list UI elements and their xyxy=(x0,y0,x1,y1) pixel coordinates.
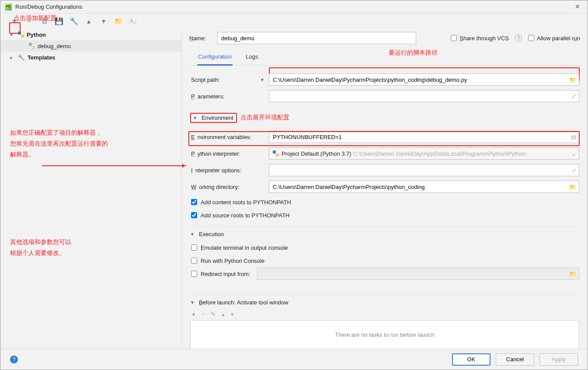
envvars-label: Environment variables: xyxy=(190,134,264,140)
chevron-right-icon: ▸ xyxy=(10,54,15,61)
chevron-down-icon: ▼ xyxy=(260,77,264,82)
wrench-icon: 🔧 xyxy=(18,54,25,61)
move-down-button[interactable]: ▾ xyxy=(99,17,108,26)
workdir-label: Working directory: xyxy=(190,184,264,190)
environment-section-toggle[interactable]: ▼ Environment xyxy=(190,113,237,123)
config-form: Script path:▼ 📁 Parameters: ⤢ ▼ Environm… xyxy=(188,66,581,349)
cancel-button[interactable]: Cancel xyxy=(496,353,534,366)
settings-button[interactable]: 🔧 xyxy=(70,17,78,26)
annotation-script-path: 要运行的脚本路径 xyxy=(389,49,438,65)
tree-label: debug_demo xyxy=(38,43,71,49)
folder-icon[interactable]: 📁 xyxy=(569,184,576,190)
list-icon[interactable]: ▤ xyxy=(571,134,576,140)
python-icon xyxy=(18,31,24,38)
parallel-run-checkbox[interactable]: Allow parallel run xyxy=(528,35,580,42)
tab-logs[interactable]: Logs xyxy=(245,49,259,65)
before-launch-section-toggle[interactable]: ▼ Before launch: Activate tool window xyxy=(190,299,579,306)
triangle-down-icon: ▼ xyxy=(190,300,195,305)
before-launch-toolbar: + − ✎ ▴ ▾ xyxy=(190,309,579,320)
move-up-button[interactable]: ▴ xyxy=(222,311,225,318)
add-config-button[interactable]: + xyxy=(10,17,19,26)
save-config-button[interactable]: 💾 xyxy=(55,17,63,26)
window-title: Run/Debug Configurations xyxy=(15,3,82,10)
folder-icon[interactable]: 📁 xyxy=(569,271,576,277)
envvars-field[interactable]: ▤ xyxy=(269,131,579,143)
folder-button[interactable]: 📁 xyxy=(114,17,123,26)
triangle-down-icon: ▼ xyxy=(190,232,195,237)
remove-config-button[interactable]: − xyxy=(25,17,34,26)
copy-config-button[interactable]: ⧉ xyxy=(40,17,49,26)
emulate-terminal-checkbox[interactable]: Emulate terminal in output console xyxy=(191,241,579,254)
add-task-button[interactable]: + xyxy=(192,311,195,318)
execution-section-toggle[interactable]: ▼Execution xyxy=(190,231,579,237)
workdir-field[interactable]: 📁 xyxy=(269,181,579,193)
help-icon[interactable]: ? xyxy=(515,35,522,42)
python-console-checkbox[interactable]: Run with Python Console xyxy=(191,254,579,267)
interp-opts-label: Interpreter options: xyxy=(190,167,264,174)
interp-opts-field[interactable]: ⤢ xyxy=(269,164,579,176)
tree-label: Templates xyxy=(28,54,55,61)
ok-button[interactable]: OK xyxy=(452,353,491,366)
script-path-field[interactable]: 📁 xyxy=(269,73,579,86)
annotation-env: 点击展开环境配置 xyxy=(240,114,289,122)
redirect-input-row: Redirect input from: 📁 xyxy=(191,267,579,280)
name-label: Name: xyxy=(189,35,211,42)
tree-node-templates[interactable]: ▸ 🔧 Templates xyxy=(0,52,181,63)
parameters-label: Parameters: xyxy=(190,93,264,100)
close-icon[interactable]: × xyxy=(571,2,583,11)
apply-button[interactable]: Apply xyxy=(539,353,578,366)
content-roots-checkbox[interactable]: Add content roots to PYTHONPATH xyxy=(191,195,579,209)
tree-label: Python xyxy=(27,31,46,38)
folder-icon[interactable]: 📁 xyxy=(569,77,576,83)
pycharm-icon: PC xyxy=(5,3,12,10)
before-launch-task-list: There are no tasks to run before launch xyxy=(190,320,579,349)
annotation-arrow xyxy=(42,165,186,166)
chevron-down-icon: ▾ xyxy=(10,31,15,38)
tab-configuration[interactable]: Configuration xyxy=(197,49,233,66)
script-path-label[interactable]: Script path:▼ xyxy=(190,77,264,83)
name-input[interactable] xyxy=(217,32,416,44)
redirect-input-field[interactable]: 📁 xyxy=(257,268,579,280)
move-up-button[interactable]: ▴ xyxy=(84,17,93,26)
expand-icon[interactable]: ⤢ xyxy=(571,167,576,174)
config-tree: ▾ Python debug_demo ▸ 🔧 Templates 如果您正确配… xyxy=(0,29,182,349)
expand-icon[interactable]: ⤢ xyxy=(571,93,576,100)
parameters-field[interactable]: ⤢ xyxy=(269,90,579,102)
triangle-down-icon: ▼ xyxy=(193,115,197,120)
config-panel: Name: Share through VCS ? Allow parallel… xyxy=(182,29,588,349)
interpreter-dropdown[interactable]: Project Default (Python 3.7) C:\Users\Da… xyxy=(269,147,579,160)
interpreter-label: Python interpreter: xyxy=(190,150,264,157)
python-icon xyxy=(29,43,35,49)
chevron-down-icon: ⌄ xyxy=(571,150,576,157)
sort-button[interactable]: A↓ xyxy=(129,17,138,26)
titlebar: PC Run/Debug Configurations × xyxy=(0,0,588,14)
source-roots-checkbox[interactable]: Add source roots to PYTHONPATH xyxy=(191,209,579,222)
move-down-button[interactable]: ▾ xyxy=(231,311,234,318)
remove-task-button[interactable]: − xyxy=(202,311,205,318)
tree-node-debug-demo[interactable]: debug_demo xyxy=(0,40,181,52)
annotation-interpreter: 如果您正确配置了项目的解释器， 您将无需在这里再次配置运行需要的 解释器。 xyxy=(10,127,108,160)
dialog-footer: ? OK Cancel Apply xyxy=(0,349,588,370)
tree-node-python[interactable]: ▾ Python xyxy=(0,29,181,40)
annotation-other: 其他选项和参数您可以 根据个人需要修改。 xyxy=(10,237,71,258)
config-toolbar: + − ⧉ 💾 🔧 ▴ ▾ 📁 A↓ xyxy=(0,14,588,29)
python-icon xyxy=(273,150,279,157)
edit-task-button[interactable]: ✎ xyxy=(211,311,216,318)
config-tabs: Configuration Logs 要运行的脚本路径 xyxy=(188,49,581,66)
help-button[interactable]: ? xyxy=(10,356,18,363)
redirect-input-checkbox[interactable] xyxy=(191,271,197,277)
share-vcs-checkbox[interactable]: Share through VCS xyxy=(451,35,509,42)
